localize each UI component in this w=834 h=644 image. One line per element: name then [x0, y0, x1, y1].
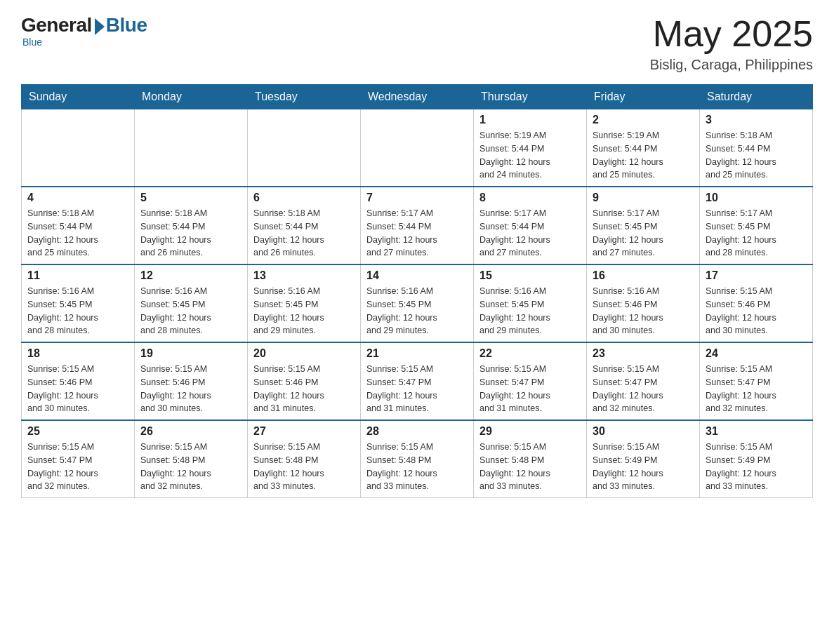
calendar-cell: 3Sunrise: 5:18 AM Sunset: 5:44 PM Daylig…	[700, 109, 813, 187]
day-number: 30	[593, 425, 694, 438]
day-number: 8	[479, 192, 581, 204]
day-info: Sunrise: 5:18 AM Sunset: 5:44 PM Dayligh…	[253, 207, 355, 260]
month-title: May 2025	[650, 14, 813, 54]
day-number: 7	[366, 192, 468, 204]
calendar-cell: 21Sunrise: 5:15 AM Sunset: 5:47 PM Dayli…	[361, 342, 474, 420]
day-number: 19	[140, 347, 241, 360]
calendar-cell	[361, 109, 474, 187]
day-info: Sunrise: 5:15 AM Sunset: 5:48 PM Dayligh…	[366, 441, 468, 493]
day-number: 25	[27, 425, 128, 438]
day-number: 3	[706, 114, 807, 126]
day-info: Sunrise: 5:15 AM Sunset: 5:47 PM Dayligh…	[366, 363, 468, 415]
calendar-cell: 30Sunrise: 5:15 AM Sunset: 5:49 PM Dayli…	[587, 420, 700, 498]
day-info: Sunrise: 5:15 AM Sunset: 5:49 PM Dayligh…	[706, 441, 807, 493]
day-number: 21	[366, 347, 468, 360]
day-info: Sunrise: 5:16 AM Sunset: 5:45 PM Dayligh…	[27, 285, 128, 337]
calendar-cell: 10Sunrise: 5:17 AM Sunset: 5:45 PM Dayli…	[700, 187, 813, 264]
logo: General Blue Blue	[21, 14, 147, 48]
calendar-cell: 24Sunrise: 5:15 AM Sunset: 5:47 PM Dayli…	[700, 342, 813, 420]
day-info: Sunrise: 5:16 AM Sunset: 5:46 PM Dayligh…	[593, 285, 694, 337]
day-number: 15	[479, 269, 581, 282]
calendar-cell	[248, 109, 361, 187]
day-number: 6	[253, 192, 355, 204]
day-info: Sunrise: 5:15 AM Sunset: 5:46 PM Dayligh…	[27, 363, 128, 415]
calendar-cell: 29Sunrise: 5:15 AM Sunset: 5:48 PM Dayli…	[474, 420, 587, 498]
calendar-cell	[22, 109, 135, 187]
calendar-header-tuesday: Tuesday	[248, 85, 361, 109]
logo-blue-text: Blue	[106, 14, 147, 36]
day-info: Sunrise: 5:15 AM Sunset: 5:48 PM Dayligh…	[479, 441, 581, 493]
calendar-cell: 25Sunrise: 5:15 AM Sunset: 5:47 PM Dayli…	[22, 420, 135, 498]
day-info: Sunrise: 5:15 AM Sunset: 5:47 PM Dayligh…	[593, 363, 694, 415]
day-number: 14	[366, 269, 468, 282]
day-info: Sunrise: 5:19 AM Sunset: 5:44 PM Dayligh…	[593, 129, 694, 182]
calendar-week-row: 4Sunrise: 5:18 AM Sunset: 5:44 PM Daylig…	[22, 187, 813, 264]
day-number: 20	[253, 347, 355, 360]
day-info: Sunrise: 5:15 AM Sunset: 5:47 PM Dayligh…	[479, 363, 581, 415]
day-number: 29	[479, 425, 581, 438]
page-header: General Blue Blue May 2025 Bislig, Carag…	[21, 14, 813, 73]
day-number: 2	[593, 114, 694, 126]
day-number: 1	[479, 114, 581, 126]
day-number: 28	[366, 425, 468, 438]
calendar-cell: 20Sunrise: 5:15 AM Sunset: 5:46 PM Dayli…	[248, 342, 361, 420]
calendar-week-row: 11Sunrise: 5:16 AM Sunset: 5:45 PM Dayli…	[22, 264, 813, 342]
calendar-cell: 6Sunrise: 5:18 AM Sunset: 5:44 PM Daylig…	[248, 187, 361, 264]
calendar-cell: 7Sunrise: 5:17 AM Sunset: 5:44 PM Daylig…	[361, 187, 474, 264]
day-info: Sunrise: 5:17 AM Sunset: 5:45 PM Dayligh…	[593, 207, 694, 260]
calendar-header-wednesday: Wednesday	[361, 85, 474, 109]
day-number: 18	[27, 347, 128, 360]
day-number: 13	[253, 269, 355, 282]
calendar-week-row: 25Sunrise: 5:15 AM Sunset: 5:47 PM Dayli…	[22, 420, 813, 498]
day-info: Sunrise: 5:19 AM Sunset: 5:44 PM Dayligh…	[479, 129, 581, 182]
day-info: Sunrise: 5:16 AM Sunset: 5:45 PM Dayligh…	[479, 285, 581, 337]
day-info: Sunrise: 5:15 AM Sunset: 5:48 PM Dayligh…	[253, 441, 355, 493]
calendar-cell: 8Sunrise: 5:17 AM Sunset: 5:44 PM Daylig…	[474, 187, 587, 264]
logo-general-text: General	[21, 14, 92, 36]
logo-subtitle: Blue	[22, 36, 42, 48]
day-info: Sunrise: 5:15 AM Sunset: 5:49 PM Dayligh…	[593, 441, 694, 493]
calendar-cell: 26Sunrise: 5:15 AM Sunset: 5:48 PM Dayli…	[135, 420, 248, 498]
day-info: Sunrise: 5:15 AM Sunset: 5:47 PM Dayligh…	[706, 363, 807, 415]
day-number: 26	[140, 425, 241, 438]
calendar-cell: 4Sunrise: 5:18 AM Sunset: 5:44 PM Daylig…	[22, 187, 135, 264]
day-info: Sunrise: 5:18 AM Sunset: 5:44 PM Dayligh…	[706, 129, 807, 182]
day-number: 16	[593, 269, 694, 282]
day-info: Sunrise: 5:15 AM Sunset: 5:46 PM Dayligh…	[140, 363, 241, 415]
day-number: 10	[706, 192, 807, 204]
day-info: Sunrise: 5:18 AM Sunset: 5:44 PM Dayligh…	[27, 207, 128, 260]
calendar-cell: 11Sunrise: 5:16 AM Sunset: 5:45 PM Dayli…	[22, 264, 135, 342]
calendar-header-saturday: Saturday	[700, 85, 813, 109]
day-info: Sunrise: 5:17 AM Sunset: 5:45 PM Dayligh…	[706, 207, 807, 260]
calendar-cell: 22Sunrise: 5:15 AM Sunset: 5:47 PM Dayli…	[474, 342, 587, 420]
day-number: 4	[27, 192, 128, 204]
calendar-cell: 28Sunrise: 5:15 AM Sunset: 5:48 PM Dayli…	[361, 420, 474, 498]
day-info: Sunrise: 5:16 AM Sunset: 5:45 PM Dayligh…	[253, 285, 355, 337]
calendar-cell: 12Sunrise: 5:16 AM Sunset: 5:45 PM Dayli…	[135, 264, 248, 342]
day-info: Sunrise: 5:17 AM Sunset: 5:44 PM Dayligh…	[479, 207, 581, 260]
day-info: Sunrise: 5:15 AM Sunset: 5:48 PM Dayligh…	[140, 441, 241, 493]
day-info: Sunrise: 5:17 AM Sunset: 5:44 PM Dayligh…	[366, 207, 468, 260]
day-number: 17	[706, 269, 807, 282]
calendar-cell: 15Sunrise: 5:16 AM Sunset: 5:45 PM Dayli…	[474, 264, 587, 342]
calendar-cell: 2Sunrise: 5:19 AM Sunset: 5:44 PM Daylig…	[587, 109, 700, 187]
day-number: 27	[253, 425, 355, 438]
title-section: May 2025 Bislig, Caraga, Philippines	[650, 14, 813, 73]
calendar-cell: 19Sunrise: 5:15 AM Sunset: 5:46 PM Dayli…	[135, 342, 248, 420]
calendar-cell: 13Sunrise: 5:16 AM Sunset: 5:45 PM Dayli…	[248, 264, 361, 342]
calendar-cell: 18Sunrise: 5:15 AM Sunset: 5:46 PM Dayli…	[22, 342, 135, 420]
day-number: 12	[140, 269, 241, 282]
calendar-header-row: SundayMondayTuesdayWednesdayThursdayFrid…	[22, 85, 813, 109]
day-number: 23	[593, 347, 694, 360]
day-info: Sunrise: 5:15 AM Sunset: 5:46 PM Dayligh…	[253, 363, 355, 415]
calendar-cell: 5Sunrise: 5:18 AM Sunset: 5:44 PM Daylig…	[135, 187, 248, 264]
day-number: 22	[479, 347, 581, 360]
calendar-week-row: 1Sunrise: 5:19 AM Sunset: 5:44 PM Daylig…	[22, 109, 813, 187]
day-info: Sunrise: 5:15 AM Sunset: 5:47 PM Dayligh…	[27, 441, 128, 493]
day-number: 11	[27, 269, 128, 282]
calendar-table: SundayMondayTuesdayWednesdayThursdayFrid…	[21, 84, 813, 498]
calendar-header-monday: Monday	[135, 85, 248, 109]
calendar-cell: 16Sunrise: 5:16 AM Sunset: 5:46 PM Dayli…	[587, 264, 700, 342]
day-number: 9	[593, 192, 694, 204]
day-info: Sunrise: 5:16 AM Sunset: 5:45 PM Dayligh…	[366, 285, 468, 337]
